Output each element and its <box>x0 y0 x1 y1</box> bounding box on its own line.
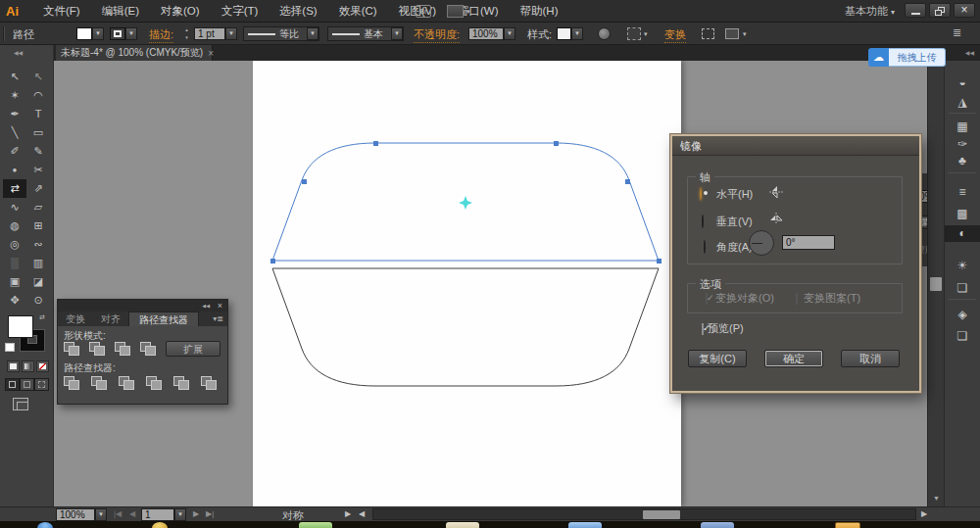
transform-objects-checkbox[interactable] <box>706 293 708 305</box>
isolate-arrow-icon[interactable]: ▾ <box>743 30 747 38</box>
status-expand-icon[interactable]: ▶ <box>345 507 351 521</box>
preferences-arrow-icon[interactable]: ▾ <box>644 30 648 38</box>
selection-tool[interactable]: ↖ <box>3 68 26 86</box>
none-button[interactable] <box>36 360 49 372</box>
minimize-button[interactable] <box>905 3 926 18</box>
stroke-label[interactable]: 描边: <box>149 27 173 43</box>
draw-normal-button[interactable] <box>5 378 20 391</box>
eyedropper-tool[interactable]: ◎ <box>3 235 26 254</box>
document-tab[interactable]: 未标题-4* @ 100% (CMYK/预览) × <box>56 45 213 61</box>
taskbar-icon[interactable] <box>835 522 860 528</box>
scroll-down-icon[interactable]: ▼ <box>933 495 940 502</box>
swatches-icon[interactable]: ▦ <box>945 119 980 135</box>
stroke-stepper[interactable]: ▴▾ <box>182 25 191 41</box>
bridge-icon[interactable]: Br <box>416 5 431 18</box>
artboard-tool[interactable]: ▣ <box>3 272 26 291</box>
close-button[interactable]: × <box>954 3 975 18</box>
vertical-scrollbar-thumb[interactable] <box>930 277 942 291</box>
style-dropdown-icon[interactable]: ▼ <box>571 27 583 40</box>
profile-dropdown-icon[interactable]: ▼ <box>307 27 318 40</box>
gradient-button[interactable] <box>22 360 34 372</box>
crop-icon[interactable] <box>145 376 162 390</box>
scroll-left-icon[interactable]: ◀ <box>359 507 365 521</box>
color-guide-icon[interactable]: ◮ <box>945 94 980 111</box>
next-artboard-icon[interactable]: ▶ <box>193 507 199 521</box>
transparency-icon[interactable]: ◐ <box>945 225 980 242</box>
artboard-dropdown-icon[interactable]: ▼ <box>174 508 186 521</box>
angle-field[interactable]: 0° <box>782 235 835 250</box>
minus-back-icon[interactable] <box>200 376 217 390</box>
document-tab-close-icon[interactable]: × <box>208 48 218 59</box>
stroke-weight-dropdown-icon[interactable]: ▼ <box>225 27 237 40</box>
vertical-label[interactable]: 垂直(V) <box>716 215 753 229</box>
draw-behind-button[interactable] <box>20 378 34 391</box>
opacity-field[interactable]: 100% <box>468 27 504 40</box>
fill-color-swatch[interactable] <box>76 27 92 40</box>
preview-checkbox[interactable] <box>702 323 704 335</box>
width-profile-select[interactable]: 等比▼ <box>243 26 319 41</box>
stroke-weight-field[interactable]: 1 pt <box>194 27 225 40</box>
unite-icon[interactable] <box>63 342 79 356</box>
brushes-icon[interactable]: ✑ <box>945 136 980 153</box>
trim-icon[interactable] <box>90 376 107 390</box>
transform-patterns-checkbox[interactable] <box>796 293 798 305</box>
preferences-grid-icon[interactable] <box>627 27 641 40</box>
fill-color-dropdown-icon[interactable]: ▼ <box>92 27 104 40</box>
transform-link[interactable]: 变换 <box>664 27 686 43</box>
restore-button[interactable] <box>929 3 951 18</box>
layers-icon[interactable]: ◈ <box>945 307 980 323</box>
scroll-right-icon[interactable]: ▶ <box>921 507 927 521</box>
appearance-icon[interactable]: ☀ <box>945 258 980 274</box>
brush-dropdown-icon[interactable]: ▼ <box>391 27 403 40</box>
horizontal-scrollbar[interactable] <box>372 508 916 520</box>
graphic-styles-icon[interactable]: ❏ <box>945 280 980 297</box>
opacity-dropdown-icon[interactable]: ▼ <box>504 27 515 40</box>
menu-object[interactable]: 对象(O) <box>150 0 211 23</box>
previous-artboard-icon[interactable]: ◀ <box>129 507 135 521</box>
hand-tool[interactable]: ✥ <box>3 291 26 310</box>
zoom-dropdown-icon[interactable]: ▼ <box>95 508 107 521</box>
horizontal-radio[interactable] <box>700 187 702 201</box>
horizontal-label[interactable]: 水平(H) <box>716 187 753 202</box>
menu-effect[interactable]: 效果(C) <box>328 0 388 23</box>
scissors-tool[interactable]: ✂ <box>26 161 50 179</box>
shape-builder-tool[interactable]: ◍ <box>3 216 26 235</box>
gradient-icon[interactable]: ▩ <box>945 206 980 222</box>
pen-tool[interactable]: ✒ <box>3 105 26 123</box>
taskbar-icon[interactable] <box>701 522 734 528</box>
menu-file[interactable]: 文件(F) <box>32 0 91 23</box>
scale-tool[interactable]: ⇗ <box>26 179 50 198</box>
isolate-object-icon[interactable] <box>725 28 739 39</box>
arrange-documents-arrow-icon[interactable]: ▾ <box>466 8 470 16</box>
panel-collapse-icon[interactable]: ◀◀ <box>202 303 210 309</box>
zoom-tool[interactable]: ⊙ <box>26 291 50 310</box>
magic-wand-tool[interactable]: ✶ <box>3 86 26 105</box>
blob-brush-tool[interactable]: ● <box>3 161 26 179</box>
opacity-label[interactable]: 不透明度: <box>414 27 460 43</box>
last-artboard-icon[interactable]: ▶| <box>206 507 214 521</box>
minus-front-icon[interactable] <box>88 342 105 356</box>
bounding-box-icon[interactable] <box>702 28 714 39</box>
document-setup-icon[interactable] <box>598 27 611 40</box>
tab-transform[interactable]: 变换 <box>58 312 93 326</box>
color-panel-icon[interactable]: ◒ <box>945 74 980 91</box>
screen-mode-icon[interactable] <box>13 398 28 410</box>
divide-icon[interactable] <box>63 376 79 390</box>
artboard-number-field[interactable]: 1 <box>141 508 174 521</box>
direct-selection-tool[interactable]: ↖ <box>26 68 50 86</box>
menu-edit[interactable]: 编辑(E) <box>91 0 150 23</box>
arrange-documents-icon[interactable] <box>447 5 464 18</box>
tab-pathfinder[interactable]: 路径查找器 <box>128 312 199 326</box>
color-button[interactable] <box>7 360 20 372</box>
fill-swatch[interactable] <box>8 315 33 338</box>
stroke-color-swatch[interactable] <box>110 27 125 40</box>
control-bar-grip[interactable] <box>3 26 5 41</box>
artboards-icon[interactable]: ❏ <box>945 328 980 345</box>
lasso-tool[interactable]: ◠ <box>26 86 50 105</box>
zoom-field[interactable]: 100% <box>56 508 95 521</box>
vertical-radio[interactable] <box>702 215 704 228</box>
angle-dial[interactable] <box>749 230 774 256</box>
dock-expand-icon[interactable]: ◀◀ <box>965 49 974 56</box>
stroke-color-dropdown-icon[interactable]: ▼ <box>125 27 137 40</box>
menu-type[interactable]: 文字(T) <box>211 0 270 23</box>
